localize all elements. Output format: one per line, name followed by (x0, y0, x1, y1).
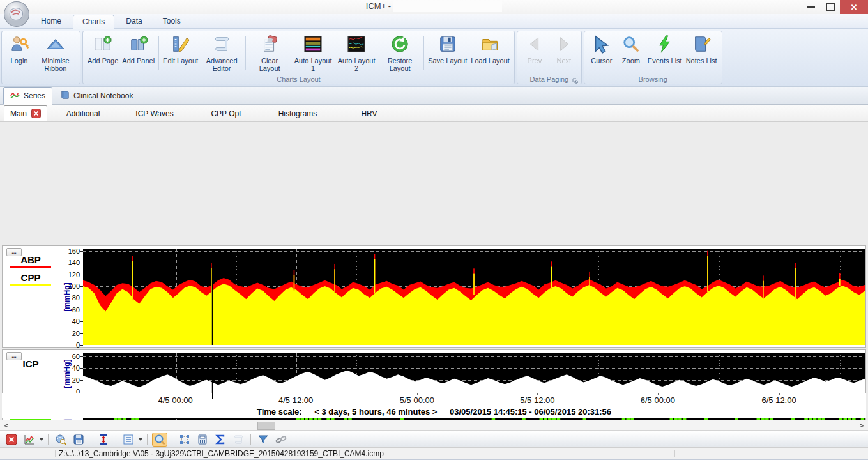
ribbon: LoginMinimise RibbonAdd PageAdd PanelEdi… (0, 29, 868, 87)
x-tick-label: 5/5 12:00 (520, 395, 554, 405)
y-tick-mark (80, 345, 83, 346)
auto-layout-1-button[interactable]: Auto Layout 1 (291, 33, 335, 74)
page-tab-label: ICP Waves (135, 109, 173, 118)
zoom-tool-button[interactable] (152, 433, 167, 447)
notebook-icon (60, 90, 70, 102)
time-scale-label: Time scale: (257, 407, 302, 417)
close-chart-button[interactable] (4, 433, 19, 447)
dropdown-caret-icon[interactable] (40, 438, 43, 441)
calculator-icon (197, 434, 208, 445)
scroll-left-icon[interactable]: < (1, 421, 11, 430)
dropdown-caret-icon[interactable] (139, 438, 142, 441)
list-view-icon (123, 434, 134, 445)
page-tab-additional[interactable]: Additional (47, 105, 119, 121)
close-tab-icon[interactable] (31, 109, 41, 118)
restore-layout-icon (390, 34, 409, 57)
auto-layout-1-icon (303, 34, 323, 57)
page-tab-main[interactable]: Main (4, 105, 47, 121)
time-cursor-mark[interactable] (212, 393, 213, 399)
statistics-button[interactable] (213, 433, 228, 447)
x-tick-label: 6/5 12:00 (761, 395, 796, 405)
y-tick-label: 120 (3, 271, 80, 279)
page-tab-histograms[interactable]: Histograms (262, 105, 333, 121)
chart-panel-icp: ...ICP[mmHg]0204060 (2, 349, 866, 397)
edit-layout-button[interactable]: Edit Layout (161, 33, 200, 66)
ribbon-tab-charts[interactable]: Charts (73, 15, 114, 29)
chart-type-icon (24, 434, 35, 445)
ribbon-tab-data[interactable]: Data (117, 15, 151, 28)
x-tick-label: 4/5 00:00 (158, 395, 193, 405)
minimise-ribbon-icon (46, 34, 65, 57)
view-tab-label: Clinical Notebook (73, 91, 133, 100)
filter-icon (257, 434, 269, 445)
dialog-launcher-icon[interactable] (572, 75, 579, 82)
button-label: Advanced Editor (202, 57, 241, 73)
notes-list-icon (692, 34, 711, 57)
button-label: Load Layout (471, 57, 510, 65)
page-tab-icp-waves[interactable]: ICP Waves (119, 105, 190, 121)
link-button[interactable] (273, 433, 289, 447)
search-data-icon (55, 434, 66, 445)
notes-list-button[interactable]: Notes List (684, 33, 719, 66)
advanced-editor-button[interactable]: Advanced Editor (200, 33, 243, 74)
time-scale-window: < 3 days, 5 hours, 46 minutes > (314, 407, 437, 417)
toolbar-separator (48, 434, 49, 445)
search-data-button[interactable] (53, 433, 68, 447)
button-label: Events List (648, 57, 682, 65)
transform-button[interactable] (177, 433, 192, 447)
list-view-button[interactable] (121, 433, 136, 447)
close-button[interactable]: ✕ (840, 0, 868, 14)
y-tick-label: 20 (3, 330, 80, 337)
minimize-button[interactable] (802, 0, 821, 14)
button-label: Zoom (622, 57, 640, 65)
load-layout-button[interactable]: Load Layout (469, 33, 512, 66)
chart-type-button[interactable] (22, 433, 37, 447)
group-caption: Data Paging (517, 75, 581, 83)
zoom-button[interactable]: Zoom (616, 33, 646, 66)
page-tab-hrv[interactable]: HRV (333, 105, 405, 121)
button-label: Add Panel (122, 57, 155, 65)
horizontal-scrollbar[interactable]: < > (0, 420, 868, 431)
ribbon-tab-bar: HomeChartsDataTools (0, 14, 868, 29)
ribbon-tab-home[interactable]: Home (32, 15, 70, 28)
save-layout-button[interactable]: Save Layout (426, 33, 469, 66)
add-page-button[interactable]: Add Page (86, 33, 120, 66)
scroll-right-icon[interactable]: > (857, 421, 867, 430)
view-tab-label: Series (24, 91, 45, 100)
view-tab-clinical-notebook[interactable]: Clinical Notebook (54, 88, 139, 104)
events-list-button[interactable]: Events List (646, 33, 684, 66)
icm-window: ICM+ - ✕ HomeChartsDataTools LoginMinimi… (0, 0, 868, 460)
button-label: Next (557, 57, 572, 65)
minimise-ribbon-button[interactable]: Minimise Ribbon (34, 33, 77, 74)
group-separator (423, 36, 424, 70)
button-label: Restore Layout (380, 57, 420, 73)
fit-vertical-scale-button[interactable] (96, 433, 111, 447)
ribbon-tab-tools[interactable]: Tools (154, 15, 190, 28)
restore-layout-button[interactable]: Restore Layout (378, 33, 422, 74)
group-separator (158, 36, 159, 70)
y-tick-label: 100 (3, 282, 80, 290)
login-button[interactable]: Login (4, 33, 34, 66)
cursor-button[interactable]: Cursor (587, 33, 616, 66)
maximize-button[interactable] (821, 0, 840, 14)
save-chart-button[interactable] (71, 433, 86, 447)
view-tab-series[interactable]: Series (3, 87, 52, 105)
group-caption: Charts Layout (83, 75, 514, 83)
page-tab-label: Additional (66, 109, 100, 118)
toolbar-separator (250, 434, 251, 445)
auto-layout-2-button[interactable]: Auto Layout 2 (335, 33, 378, 74)
app-brain-icon[interactable] (3, 1, 30, 27)
time-axis: 4/5 00:004/5 12:005/5 00:005/5 12:006/5 … (2, 393, 866, 405)
calculator-button[interactable] (195, 433, 210, 447)
add-panel-button[interactable]: Add Panel (120, 33, 156, 66)
page-tab-cpp-opt[interactable]: CPP Opt (190, 105, 262, 121)
scrollbar-thumb[interactable] (257, 422, 275, 430)
x-tick-label: 6/5 00:00 (641, 395, 675, 405)
title-bar: ICM+ - (0, 0, 868, 14)
next-button: Next (549, 33, 579, 66)
charts-area: ...ABPCPP[mmHg]020406080100120140160...I… (0, 122, 868, 420)
abp-cpp-chart[interactable] (83, 249, 865, 345)
icp-chart[interactable] (83, 353, 865, 394)
clear-layout-button[interactable]: Clear Layout (248, 33, 291, 74)
filter-button[interactable] (255, 433, 271, 447)
